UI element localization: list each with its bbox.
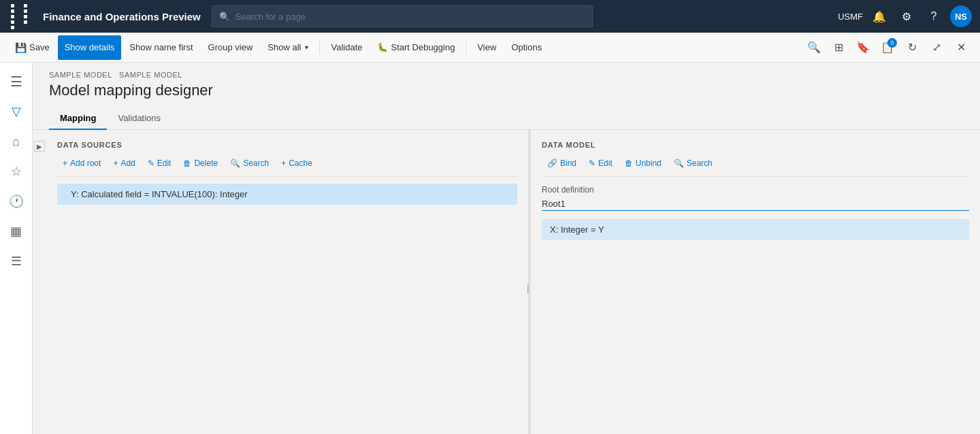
add-button[interactable]: + Add [108, 156, 140, 171]
show-name-first-button[interactable]: Show name first [122, 35, 199, 60]
root-definition-input[interactable] [542, 197, 969, 211]
options-button[interactable]: Options [504, 35, 549, 60]
dm-edit-label: Edit [598, 158, 612, 168]
separator [319, 41, 320, 54]
start-debugging-label: Start Debugging [391, 42, 455, 52]
search-icon-panel: 🔍 [230, 158, 240, 168]
question-icon: ? [931, 10, 937, 22]
tab-mapping[interactable]: Mapping [49, 107, 107, 130]
sidebar-item-hamburger[interactable]: ☰ [3, 68, 30, 95]
refresh-button[interactable]: ↻ [901, 37, 923, 59]
dm-search-label: Search [687, 158, 713, 168]
data-model-list: X: Integer = Y [542, 219, 969, 423]
search-icon: 🔍 [807, 41, 821, 54]
global-search-bar[interactable]: 🔍 [212, 5, 593, 27]
dm-search-button[interactable]: 🔍 Search [668, 156, 718, 171]
view-label: View [477, 42, 496, 52]
notification-button[interactable]: 🔔 [868, 5, 890, 27]
badge-button[interactable]: 📋 0 [877, 37, 898, 59]
show-details-label: Show details [65, 42, 115, 52]
unbind-label: Unbind [636, 158, 662, 168]
add-root-label: Add root [70, 158, 101, 168]
group-view-label: Group view [208, 42, 253, 52]
data-sources-toolbar: + Add root + Add ✎ Edit 🗑 Delete [57, 156, 517, 177]
edit-button[interactable]: ✎ Edit [142, 156, 177, 171]
panel-resizer[interactable] [528, 130, 531, 434]
help-button[interactable]: ? [923, 5, 945, 27]
search-icon: 🔍 [219, 12, 230, 22]
connect-icon-button[interactable]: ⊞ [828, 37, 849, 59]
data-sources-list: Y: Calculated field = INTVALUE(100): Int… [57, 184, 517, 423]
notification-icon: 🔔 [872, 10, 886, 23]
dm-item-label: X: Integer = Y [550, 224, 604, 235]
unbind-icon: 🗑 [625, 158, 633, 168]
breadcrumb: SAMPLE MODEL SAMPLE MODEL [49, 71, 964, 79]
tab-validations[interactable]: Validations [107, 107, 172, 130]
breadcrumb-2: SAMPLE MODEL [119, 71, 182, 79]
ds-item-y[interactable]: Y: Calculated field = INTVALUE(100): Int… [57, 184, 517, 205]
user-avatar[interactable]: NS [950, 5, 972, 27]
chevron-down-icon: ▾ [305, 44, 308, 51]
settings-icon: ⚙ [902, 10, 911, 23]
unbind-button[interactable]: 🗑 Unbind [619, 156, 667, 171]
expand-button[interactable]: ⤢ [926, 37, 947, 59]
sidebar-item-filter[interactable]: ▽ [3, 98, 30, 125]
pencil-icon: ✎ [148, 158, 154, 168]
bind-button[interactable]: 🔗 Bind [542, 156, 582, 171]
save-icon: 💾 [15, 42, 27, 53]
options-label: Options [511, 42, 542, 52]
cache-label: Cache [289, 158, 312, 168]
search-input[interactable] [235, 12, 585, 22]
app-grid-menu[interactable] [8, 1, 37, 32]
badge-count: 0 [887, 38, 897, 48]
group-view-button[interactable]: Group view [201, 35, 260, 60]
org-label: USMF [838, 12, 863, 22]
sidebar-item-favorites[interactable]: ☆ [3, 158, 30, 185]
close-button[interactable]: ✕ [950, 37, 972, 59]
debug-icon: 🐛 [377, 42, 388, 52]
show-details-button[interactable]: Show details [58, 35, 122, 60]
top-navigation: Finance and Operations Preview 🔍 USMF 🔔 … [0, 0, 980, 33]
trash-icon: 🗑 [183, 158, 191, 168]
sidebar-item-recent[interactable]: 🕐 [3, 188, 30, 215]
tabs: Mapping Validations [33, 107, 980, 130]
sidebar-item-home[interactable]: ⌂ [3, 128, 30, 155]
settings-button[interactable]: ⚙ [896, 5, 917, 27]
cache-button[interactable]: + Cache [276, 156, 318, 171]
delete-button[interactable]: 🗑 Delete [178, 156, 223, 171]
sidebar: ☰ ▽ ⌂ ☆ 🕐 ▦ ☰ [0, 63, 33, 434]
app-title: Finance and Operations Preview [43, 11, 201, 22]
validate-button[interactable]: Validate [324, 35, 369, 60]
page-title: Model mapping designer [49, 82, 964, 99]
search-button[interactable]: 🔍 Search [225, 156, 274, 171]
dm-item-x[interactable]: X: Integer = Y [542, 219, 969, 240]
search-label: Search [243, 158, 269, 168]
plus-icon-3: + [281, 158, 286, 168]
page-header: SAMPLE MODEL SAMPLE MODEL Model mapping … [33, 63, 980, 107]
data-model-panel: DATA MODEL 🔗 Bind ✎ Edit 🗑 Unbind [531, 130, 980, 434]
panels: ▶ DATA SOURCES + Add root + Add ✎ [33, 130, 980, 434]
bind-label: Bind [560, 158, 576, 168]
root-definition: Root definition [542, 185, 969, 211]
view-button[interactable]: View [470, 35, 503, 60]
add-label: Add [120, 158, 135, 168]
save-label: Save [29, 42, 50, 52]
dm-edit-button[interactable]: ✎ Edit [583, 156, 618, 171]
save-button[interactable]: 💾 Save [8, 35, 56, 60]
main-layout: ☰ ▽ ⌂ ☆ 🕐 ▦ ☰ SAMPLE MODEL SAMPLE MODEL … [0, 63, 980, 434]
dm-pencil-icon: ✎ [589, 158, 595, 168]
delete-label: Delete [194, 158, 218, 168]
bookmark-button[interactable]: 🔖 [852, 37, 874, 59]
root-definition-label: Root definition [542, 185, 969, 195]
top-nav-right: USMF 🔔 ⚙ ? NS [838, 5, 972, 27]
plus-icon: + [63, 158, 67, 168]
start-debugging-button[interactable]: 🐛 Start Debugging [370, 35, 461, 60]
show-all-button[interactable]: Show all ▾ [261, 35, 315, 60]
add-root-button[interactable]: + Add root [57, 156, 106, 171]
show-name-first-label: Show name first [129, 42, 193, 52]
collapse-button[interactable]: ▶ [34, 141, 45, 152]
action-search-button[interactable]: 🔍 [803, 37, 825, 59]
edit-label: Edit [157, 158, 172, 168]
sidebar-item-list[interactable]: ☰ [3, 248, 30, 275]
sidebar-item-workspace[interactable]: ▦ [3, 218, 30, 245]
